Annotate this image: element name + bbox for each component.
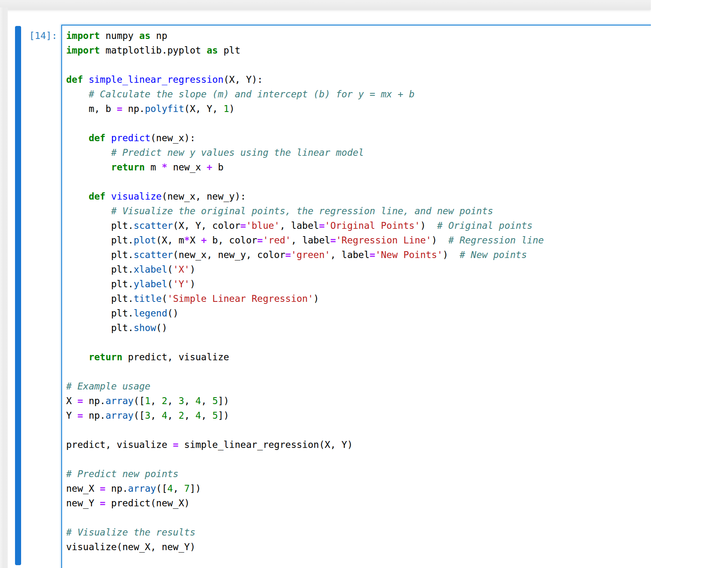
- code-line: [66, 423, 651, 437]
- code-line: [66, 174, 651, 189]
- code-line: # Visualize the original points, the reg…: [66, 204, 651, 218]
- code-line: X = np.array([1, 2, 3, 4, 5]): [66, 394, 651, 408]
- code-line: [66, 335, 651, 350]
- code-line: return predict, visualize: [66, 350, 651, 364]
- code-line: plt.scatter(new_x, new_y, color='green',…: [66, 247, 651, 262]
- notebook-panel: [14]: import numpy as npimport matplotli…: [0, 0, 651, 568]
- code-line: plt.scatter(X, Y, color='blue', label='O…: [66, 218, 651, 233]
- code-line: new_X = np.array([4, 7]): [66, 481, 651, 496]
- code-line: def visualize(new_x, new_y):: [66, 189, 651, 204]
- code-line: [66, 452, 651, 467]
- code-line: plt.legend(): [66, 306, 651, 321]
- code-line: # Calculate the slope (m) and intercept …: [66, 87, 651, 101]
- code-line: plt.plot(X, m*X + b, color='red', label=…: [66, 233, 651, 247]
- cell-collapser[interactable]: [15, 26, 21, 565]
- code-line: [66, 364, 651, 379]
- code-line: [66, 58, 651, 72]
- code-line: plt.title('Simple Linear Regression'): [66, 291, 651, 306]
- code-line: import numpy as np: [66, 28, 651, 43]
- code-line: plt.ylabel('Y'): [66, 277, 651, 291]
- code-line: plt.xlabel('X'): [66, 262, 651, 277]
- page: [14]: import numpy as npimport matplotli…: [0, 0, 728, 568]
- code-line: # Predict new y values using the linear …: [66, 145, 651, 160]
- code-line: m, b = np.polyfit(X, Y, 1): [66, 101, 651, 116]
- code-line: visualize(new_X, new_Y): [66, 540, 651, 554]
- code-line: def simple_linear_regression(X, Y):: [66, 72, 651, 87]
- code-line: return m * new_x + b: [66, 160, 651, 174]
- code-line: [66, 116, 651, 131]
- code-line: import matplotlib.pyplot as plt: [66, 43, 651, 58]
- code-line: predict, visualize = simple_linear_regre…: [66, 437, 651, 452]
- code-line: plt.show(): [66, 321, 651, 335]
- code-line: # Example usage: [66, 379, 651, 394]
- panel-left-margin: [0, 7, 8, 568]
- code-line: Y = np.array([3, 4, 2, 4, 5]): [66, 408, 651, 423]
- code-line: # Predict new points: [66, 467, 651, 481]
- code-line: [66, 510, 651, 525]
- code-editor[interactable]: import numpy as npimport matplotlib.pypl…: [61, 25, 651, 568]
- code-line: # Visualize the results: [66, 525, 651, 540]
- code-line: new_Y = predict(new_X): [66, 496, 651, 510]
- notebook-chrome-top: [0, 0, 651, 10]
- execution-count-prompt: [14]:: [0, 28, 57, 43]
- code-line: def predict(new_x):: [66, 131, 651, 145]
